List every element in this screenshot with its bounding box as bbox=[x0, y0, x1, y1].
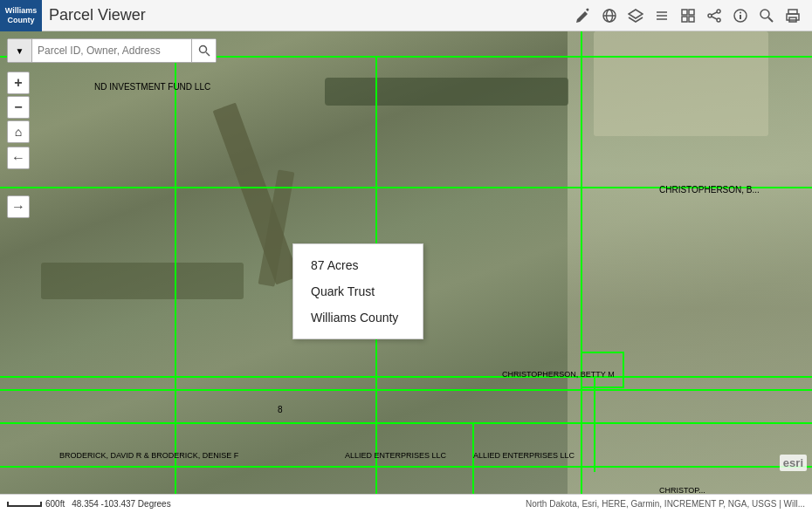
search-input[interactable] bbox=[32, 44, 191, 57]
scale-label: 600ft bbox=[45, 499, 65, 509]
home-button[interactable]: ⌂ bbox=[7, 120, 30, 143]
svg-point-19 bbox=[760, 10, 769, 18]
popup-owner: Quark Trust bbox=[311, 284, 405, 298]
scale-bar: 600ft bbox=[7, 499, 65, 509]
edit-icon[interactable] bbox=[573, 5, 594, 26]
parcel-h-line-4 bbox=[0, 389, 812, 391]
search-bar[interactable]: ▼ bbox=[7, 38, 217, 63]
label-christopherson-bottom: CHRISTOP... bbox=[659, 486, 705, 494]
search-submit-button[interactable] bbox=[191, 39, 216, 62]
svg-point-13 bbox=[717, 18, 720, 22]
coordinates-display: 48.354 -103.437 Degrees bbox=[72, 499, 170, 509]
terrain-strip1 bbox=[325, 78, 568, 106]
field-light bbox=[594, 31, 768, 136]
parcel-h-line-3 bbox=[0, 376, 812, 378]
label-8: 8 bbox=[278, 405, 283, 414]
parcel-h-line-5 bbox=[0, 422, 812, 424]
parcel-v-line-1 bbox=[175, 56, 176, 494]
zoom-controls: + − bbox=[7, 72, 30, 119]
app-title: Parcel Viewer bbox=[49, 6, 573, 24]
info-icon[interactable] bbox=[730, 5, 751, 26]
svg-rect-8 bbox=[689, 10, 694, 15]
label-allied-2: ALLIED ENTERPRISES LLC bbox=[473, 451, 575, 460]
scale-line bbox=[7, 502, 42, 507]
popup-county: Williams County bbox=[311, 311, 405, 325]
globe-icon[interactable] bbox=[599, 5, 620, 26]
pan-left-button[interactable]: ← bbox=[7, 147, 30, 169]
parcel-h-line-6 bbox=[0, 466, 812, 468]
label-allied-1: ALLIED ENTERPRISES LLC bbox=[345, 451, 446, 460]
label-nd-investment: ND INVESTMENT FUND LLC bbox=[94, 82, 210, 92]
esri-logo: esri bbox=[780, 455, 807, 471]
zoom-out-button[interactable]: − bbox=[7, 96, 30, 119]
svg-point-24 bbox=[199, 46, 206, 53]
search-person-icon[interactable] bbox=[756, 5, 777, 26]
svg-rect-7 bbox=[682, 10, 687, 15]
svg-point-18 bbox=[740, 11, 741, 13]
grid-icon[interactable] bbox=[678, 5, 698, 26]
search-dropdown-button[interactable]: ▼ bbox=[8, 39, 32, 62]
zoom-in-button[interactable]: + bbox=[7, 72, 30, 94]
label-christopherson-betty: CHRISTOPHERSON, BETTY M bbox=[502, 370, 615, 379]
logo-text: Williams County bbox=[5, 6, 37, 25]
popup-acres: 87 Acres bbox=[311, 258, 405, 272]
svg-rect-9 bbox=[682, 17, 687, 22]
svg-marker-3 bbox=[629, 10, 643, 18]
svg-line-14 bbox=[712, 12, 717, 15]
toolbar bbox=[573, 5, 803, 26]
svg-point-11 bbox=[717, 10, 720, 13]
svg-line-15 bbox=[712, 17, 717, 19]
svg-line-20 bbox=[768, 17, 773, 22]
label-broderick: BRODERICK, DAVID R & BRODERICK, DENISE F bbox=[59, 451, 238, 460]
county-logo: Williams County bbox=[0, 0, 42, 31]
pan-controls: ← → bbox=[7, 147, 30, 218]
list-icon[interactable] bbox=[651, 5, 672, 26]
layers-icon[interactable] bbox=[625, 5, 646, 26]
pan-right-button[interactable]: → bbox=[7, 195, 30, 218]
svg-point-12 bbox=[708, 14, 712, 17]
map-view[interactable]: ND INVESTMENT FUND LLC CHRISTOPHERSON, B… bbox=[0, 31, 812, 494]
terrain-strip2 bbox=[41, 263, 244, 299]
svg-rect-10 bbox=[689, 17, 694, 22]
header-bar: Williams County Parcel Viewer bbox=[0, 0, 812, 31]
parcel-popup: 87 Acres Quark Trust Williams County bbox=[292, 243, 423, 339]
svg-line-25 bbox=[206, 52, 210, 56]
parcel-v-line-3 bbox=[581, 31, 582, 494]
map-attribution: North Dakota, Esri, HERE, Garmin, INCREM… bbox=[526, 499, 805, 509]
print-icon[interactable] bbox=[782, 5, 803, 26]
share-icon[interactable] bbox=[704, 5, 725, 26]
status-bar: 600ft 48.354 -103.437 Degrees North Dako… bbox=[0, 494, 812, 513]
label-christopherson-1: CHRISTOPHERSON, B... bbox=[659, 185, 760, 195]
parcel-v-line-4b bbox=[594, 389, 595, 424]
